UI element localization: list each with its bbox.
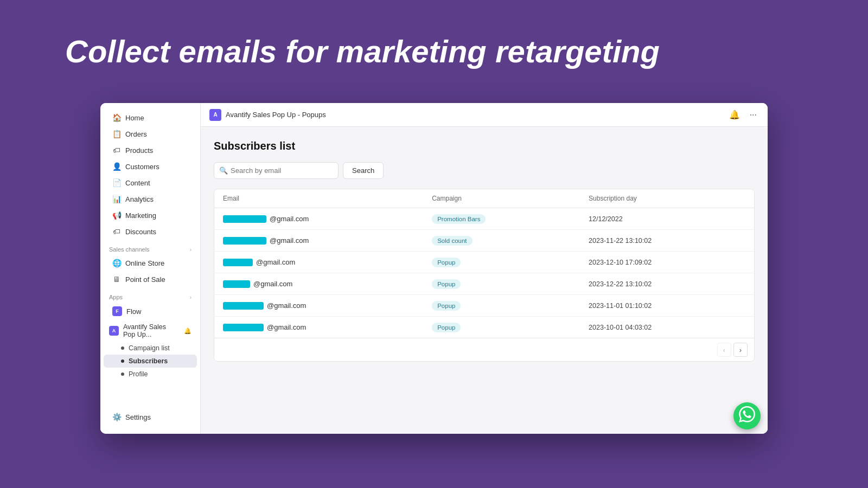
email-blur	[223, 302, 264, 310]
sales-channels-chevron: ›	[190, 247, 192, 253]
email-suffix: @gmail.com	[253, 280, 292, 288]
table-pagination: ‹ ›	[214, 338, 754, 361]
email-cell: @gmail.com	[223, 301, 432, 310]
campaign-badge: Popup	[432, 301, 461, 311]
products-icon: 🏷	[112, 146, 121, 155]
notification-button[interactable]: 🔔	[727, 108, 742, 121]
discounts-icon: 🏷	[112, 227, 121, 236]
search-bar: 🔍 Search	[214, 162, 755, 179]
marketing-icon: 📢	[112, 211, 121, 220]
sidebar-item-flow[interactable]: F Flow	[104, 303, 197, 320]
sidebar-item-online-store[interactable]: 🌐 Online Store	[104, 255, 197, 271]
sidebar-item-content[interactable]: 📄 Content	[104, 175, 197, 191]
header-campaign: Campaign	[432, 195, 589, 202]
table-row: @gmail.com Sold count 2023-11-22 13:10:0…	[214, 230, 754, 252]
apps-section: Apps ›	[100, 287, 200, 303]
sidebar: 🏠 Home 📋 Orders 🏷 Products 👤 Customers 📄…	[100, 103, 201, 434]
table-header: Email Campaign Subscription day	[214, 189, 754, 208]
email-blur	[223, 237, 266, 245]
email-suffix: @gmail.com	[267, 323, 306, 331]
sidebar-item-content-label: Content	[125, 179, 150, 187]
profile-dot	[121, 373, 124, 376]
apps-chevron: ›	[190, 294, 192, 300]
sidebar-sub-campaign-list[interactable]: Campaign list	[104, 342, 197, 355]
campaign-cell: Popup	[432, 300, 589, 311]
campaign-dot	[121, 346, 124, 350]
prev-page-button[interactable]: ‹	[717, 343, 731, 357]
campaign-list-label: Campaign list	[129, 344, 170, 352]
sidebar-item-point-of-sale[interactable]: 🖥 Point of Sale	[104, 271, 197, 287]
browser-window: 🏠 Home 📋 Orders 🏷 Products 👤 Customers 📄…	[100, 103, 768, 434]
campaign-badge: Popup	[432, 323, 461, 332]
email-suffix: @gmail.com	[256, 258, 295, 266]
sidebar-sub-profile[interactable]: Profile	[104, 368, 197, 381]
sales-channels-section: Sales channels ›	[100, 240, 200, 255]
email-blur	[223, 215, 266, 223]
campaign-cell: Promotion Bars	[432, 214, 589, 224]
campaign-cell: Popup	[432, 279, 589, 289]
email-suffix: @gmail.com	[270, 236, 309, 245]
search-button[interactable]: Search	[343, 162, 384, 179]
customers-icon: 👤	[112, 162, 121, 171]
sidebar-item-orders-label: Orders	[125, 130, 147, 138]
analytics-icon: 📊	[112, 195, 121, 203]
table-row: @gmail.com Popup 2023-12-10 17:09:02	[214, 252, 754, 273]
sidebar-sub-subscribers[interactable]: Subscribers	[104, 355, 197, 368]
settings-icon: ⚙️	[112, 413, 121, 421]
sidebar-item-online-store-label: Online Store	[125, 259, 164, 267]
data-table: Email Campaign Subscription day @gmail.c…	[214, 189, 755, 362]
online-store-icon: 🌐	[112, 259, 121, 267]
sidebar-item-analytics[interactable]: 📊 Analytics	[104, 191, 197, 207]
sidebar-item-products[interactable]: 🏷 Products	[104, 142, 197, 158]
sidebar-item-products-label: Products	[125, 146, 153, 155]
sidebar-item-marketing-label: Marketing	[125, 211, 156, 220]
sidebar-item-customers[interactable]: 👤 Customers	[104, 158, 197, 175]
campaign-badge: Popup	[432, 279, 461, 289]
top-bar-title: Avantify Sales Pop Up - Popups	[226, 111, 723, 119]
email-blur	[223, 280, 250, 288]
sidebar-item-pos-label: Point of Sale	[125, 275, 165, 284]
avantify-label: Avantify Sales Pop Up...	[123, 323, 180, 338]
sidebar-item-home[interactable]: 🏠 Home	[104, 110, 197, 126]
email-cell: @gmail.com	[223, 323, 432, 331]
email-cell: @gmail.com	[223, 280, 432, 288]
whatsapp-button[interactable]	[733, 402, 761, 429]
home-icon: 🏠	[112, 113, 121, 122]
campaign-badge: Popup	[432, 258, 461, 267]
campaign-cell: Popup	[432, 322, 589, 332]
date-cell: 2023-12-10 17:09:02	[589, 259, 745, 266]
sidebar-item-settings[interactable]: ⚙️ Settings	[104, 409, 197, 425]
whatsapp-icon	[739, 406, 755, 426]
sidebar-item-discounts-label: Discounts	[125, 228, 156, 236]
bell-icon: 🔔	[184, 328, 192, 335]
header-subscription-day: Subscription day	[589, 195, 745, 202]
orders-icon: 📋	[112, 130, 121, 138]
content-icon: 📄	[112, 178, 121, 187]
campaign-badge: Promotion Bars	[432, 214, 486, 224]
sidebar-settings-label: Settings	[125, 413, 151, 421]
table-row: @gmail.com Popup 2023-10-01 04:03:02	[214, 317, 754, 338]
date-cell: 2023-11-22 13:10:02	[589, 237, 745, 245]
more-options-button[interactable]: ···	[748, 109, 759, 121]
table-rows-container: @gmail.com Promotion Bars 12/12/2022 @gm…	[214, 208, 754, 338]
email-cell: @gmail.com	[223, 236, 432, 245]
sidebar-item-marketing[interactable]: 📢 Marketing	[104, 207, 197, 223]
search-input[interactable]	[214, 162, 339, 179]
table-row: @gmail.com Promotion Bars 12/12/2022	[214, 208, 754, 230]
pos-icon: 🖥	[112, 275, 121, 284]
sidebar-item-flow-label: Flow	[126, 307, 141, 316]
email-suffix: @gmail.com	[270, 215, 309, 223]
campaign-cell: Popup	[432, 257, 589, 267]
app-logo: A	[209, 109, 221, 121]
email-cell: @gmail.com	[223, 215, 432, 223]
next-page-button[interactable]: ›	[733, 343, 748, 357]
avantify-app-item[interactable]: A Avantify Sales Pop Up... 🔔	[100, 320, 200, 342]
sidebar-item-orders[interactable]: 📋 Orders	[104, 126, 197, 142]
email-cell: @gmail.com	[223, 258, 432, 266]
avantify-icon: A	[109, 326, 119, 336]
subscribers-label: Subscribers	[129, 357, 168, 365]
sidebar-item-customers-label: Customers	[125, 163, 159, 171]
sidebar-item-discounts[interactable]: 🏷 Discounts	[104, 223, 197, 240]
date-cell: 2023-12-22 13:10:02	[589, 280, 745, 288]
email-suffix: @gmail.com	[267, 301, 306, 310]
